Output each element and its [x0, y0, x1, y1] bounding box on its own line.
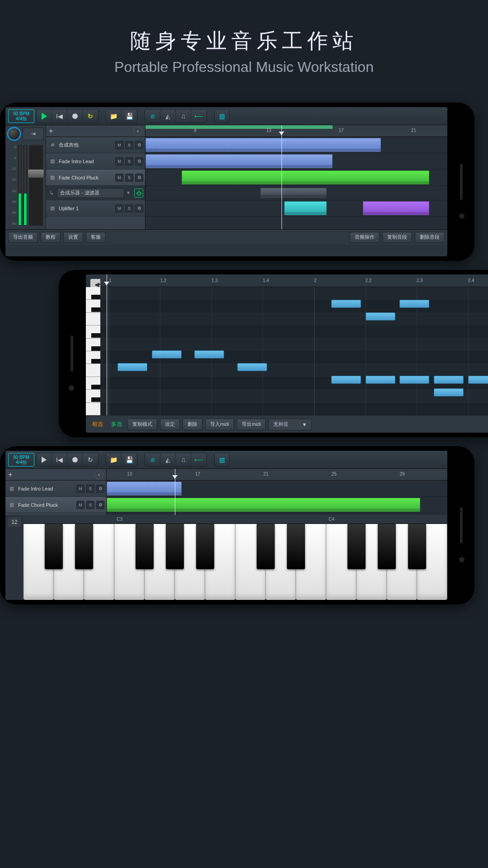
import-midi-button[interactable]: 导入midi — [205, 419, 234, 430]
back-button[interactable]: ‹ — [133, 127, 142, 136]
midi-note[interactable] — [399, 300, 429, 308]
midi-clip[interactable] — [107, 481, 182, 495]
black-key[interactable] — [257, 524, 274, 569]
midi-note[interactable] — [331, 376, 361, 384]
midi-note[interactable] — [366, 312, 395, 321]
tempo-button[interactable]: 90 BPM 4/4拍 — [8, 109, 34, 123]
set-button[interactable]: 设定 — [160, 419, 180, 430]
insert-power-button[interactable]: ⏻ — [134, 189, 143, 198]
timeline-ruler[interactable]: 13 17 21 25 29 — [107, 469, 447, 481]
expand-button[interactable]: ⇥ — [23, 127, 44, 140]
midi-note[interactable] — [434, 376, 464, 384]
save-button[interactable]: 💾 — [122, 453, 137, 466]
solo-button[interactable]: S — [125, 204, 133, 212]
midi-note[interactable] — [237, 363, 267, 371]
settings-button[interactable]: 设置 — [63, 232, 83, 243]
midi-note[interactable] — [434, 388, 464, 396]
export-audio-button[interactable]: 导出音频 — [8, 232, 38, 243]
snap-button[interactable]: ⟵ — [191, 110, 206, 123]
save-button[interactable]: 💾 — [122, 110, 137, 123]
midi-note[interactable] — [468, 376, 488, 384]
metronome-button[interactable]: ◭ — [160, 110, 176, 123]
rewind-button[interactable]: I◀ — [52, 110, 67, 123]
playhead[interactable] — [175, 469, 175, 515]
metronome-button[interactable]: ◭ — [160, 453, 176, 466]
black-key[interactable] — [166, 524, 183, 569]
track-settings-button[interactable] — [135, 141, 143, 149]
black-key[interactable] — [45, 524, 62, 569]
mute-button[interactable]: M — [115, 174, 123, 182]
mixer-button[interactable]: ⎚ — [145, 110, 160, 123]
box-select-mode[interactable]: 框选 — [89, 420, 106, 428]
track-row[interactable]: ▥ Fade Chord Pluck M S — [5, 497, 106, 513]
copy-clip-button[interactable]: 复制音段 — [382, 232, 412, 243]
mute-button[interactable]: M — [76, 485, 84, 493]
mute-button[interactable]: M — [76, 501, 84, 509]
open-button[interactable]: 📁 — [106, 453, 122, 466]
black-key[interactable] — [287, 524, 305, 569]
support-button[interactable]: 客服 — [86, 232, 106, 243]
track-settings-button[interactable] — [135, 204, 143, 212]
musical-keyboard[interactable]: C3 C4 — [23, 515, 447, 600]
midi-note[interactable] — [194, 350, 224, 359]
master-fader[interactable] — [29, 145, 43, 226]
track-settings-button[interactable] — [135, 174, 143, 182]
solo-button[interactable]: S — [86, 485, 94, 493]
insert-select[interactable]: 合成乐器 - 滤波器 — [57, 188, 124, 198]
timeline-ruler[interactable]: 9 13 17 21 — [145, 125, 447, 137]
midi-note[interactable] — [152, 350, 182, 359]
tutorial-button[interactable]: 教程 — [41, 232, 61, 243]
midi-clip[interactable] — [363, 201, 429, 215]
mute-button[interactable]: M — [115, 204, 123, 212]
solo-button[interactable]: S — [125, 141, 133, 149]
track-row[interactable]: ▥ Uplifter 1 M S — [46, 200, 145, 217]
midi-clip[interactable] — [145, 154, 333, 168]
midi-note[interactable] — [366, 376, 395, 384]
piano-roll-keys[interactable] — [86, 287, 100, 415]
black-key[interactable] — [408, 524, 426, 569]
loop-button[interactable]: ↻ — [83, 110, 98, 123]
keyboard-button[interactable]: ▥ — [214, 453, 230, 467]
piano-roll-ruler[interactable]: 1 1.2 1.3 1.4 2 2.2 2.3 2.4 — [100, 274, 488, 287]
delete-button[interactable]: 删除 — [183, 419, 202, 430]
mute-button[interactable]: M — [115, 157, 123, 165]
midi-note[interactable] — [117, 363, 147, 371]
back-button[interactable]: ‹ — [94, 470, 103, 479]
export-midi-button[interactable]: 导出midi — [237, 419, 266, 430]
track-row[interactable]: ▥ Fade Chord Pluck M S — [46, 170, 145, 186]
record-button[interactable] — [67, 453, 83, 466]
loop-button[interactable]: ↻ — [83, 453, 98, 466]
mute-button[interactable]: M — [115, 141, 123, 149]
delete-clip-button[interactable]: 删除音段 — [415, 232, 445, 243]
open-button[interactable]: 📁 — [106, 110, 122, 123]
tempo-button[interactable]: 90 BPM 4/4拍 — [8, 453, 34, 467]
midi-clip[interactable] — [182, 170, 429, 184]
track-settings-button[interactable] — [96, 485, 104, 493]
piano-roll-grid[interactable] — [100, 287, 488, 415]
solo-button[interactable]: S — [125, 157, 133, 165]
master-pan-knob[interactable] — [7, 127, 21, 141]
track-row[interactable]: ≋ 合成吉他 M S — [46, 137, 145, 153]
multi-select-mode[interactable]: 多选 — [108, 420, 125, 428]
automation-clip[interactable] — [260, 188, 327, 198]
copy-mode-button[interactable]: 复制模式 — [127, 419, 157, 430]
keyboard-button[interactable]: ▥ — [214, 109, 230, 123]
audio-ops-button[interactable]: 音频操作 — [350, 232, 380, 243]
midi-clip[interactable] — [107, 498, 420, 512]
midi-clip[interactable] — [284, 201, 327, 215]
playhead[interactable] — [107, 274, 107, 415]
playhead[interactable] — [282, 125, 282, 229]
rewind-button[interactable]: I◀ — [52, 453, 67, 466]
track-settings-button[interactable] — [135, 157, 143, 165]
black-key[interactable] — [136, 524, 153, 569]
track-row[interactable]: ▥ Fade Intro Lead M S — [46, 153, 145, 170]
solo-button[interactable]: S — [125, 174, 133, 182]
record-button[interactable] — [67, 110, 83, 123]
arrangement-view[interactable]: 13 17 21 25 29 — [107, 469, 447, 515]
snap-button[interactable]: ⟵ — [191, 453, 206, 466]
add-track-button[interactable]: + — [49, 127, 53, 135]
audio-clip[interactable] — [145, 138, 381, 152]
track-row[interactable]: ▥ Fade Intro Lead M S — [5, 481, 106, 497]
black-key[interactable] — [196, 524, 214, 569]
midi-note[interactable] — [331, 300, 361, 308]
